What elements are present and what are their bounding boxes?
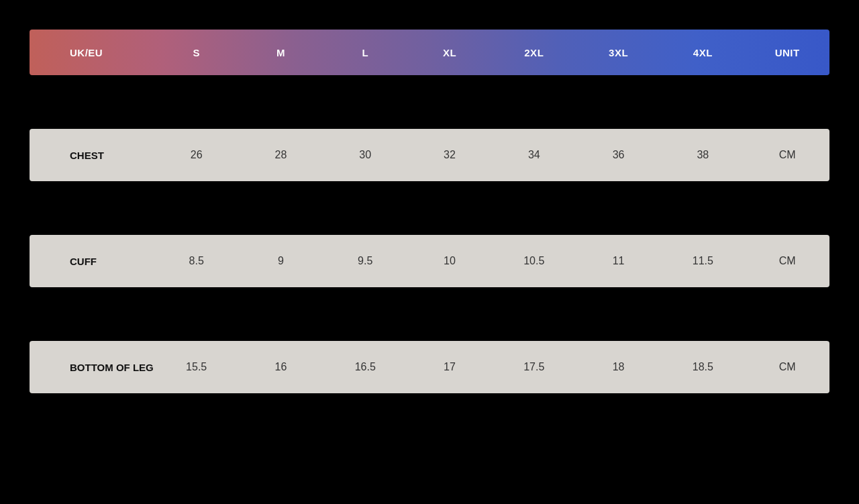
header-row: UK/EU S M L XL 2XL 3XL 4XL UNIT xyxy=(30,30,829,75)
bottom-of-leg-s: 15.5 xyxy=(154,361,239,373)
chest-xl: 32 xyxy=(407,149,492,161)
chest-label: CHEST xyxy=(30,150,154,161)
cuff-unit: CM xyxy=(745,255,829,267)
header-cell-xl: XL xyxy=(407,47,492,58)
chest-m: 28 xyxy=(239,149,323,161)
chest-row: CHEST 26 28 30 32 34 36 38 CM xyxy=(30,129,829,181)
cuff-label: CUFF xyxy=(30,256,154,267)
header-cell-s: S xyxy=(154,47,239,58)
bottom-of-leg-4xl: 18.5 xyxy=(660,361,745,373)
cuff-row: CUFF 8.5 9 9.5 10 10.5 11 11.5 CM xyxy=(30,235,829,287)
chest-4xl: 38 xyxy=(660,149,745,161)
bottom-of-leg-row: BOTTOM OF LEG 15.5 16 16.5 17 17.5 18 18… xyxy=(30,341,829,393)
cuff-xl: 10 xyxy=(407,255,492,267)
header-cell-2xl: 2XL xyxy=(492,47,576,58)
cuff-m: 9 xyxy=(239,255,323,267)
header-cell-unit: UNIT xyxy=(745,47,829,58)
chest-l: 30 xyxy=(323,149,407,161)
header-cell-4xl: 4XL xyxy=(660,47,745,58)
bottom-of-leg-2xl: 17.5 xyxy=(492,361,576,373)
bottom-of-leg-xl: 17 xyxy=(407,361,492,373)
chest-3xl: 36 xyxy=(576,149,661,161)
bottom-of-leg-l: 16.5 xyxy=(323,361,407,373)
bottom-of-leg-m: 16 xyxy=(239,361,323,373)
cuff-l: 9.5 xyxy=(323,255,407,267)
cuff-4xl: 11.5 xyxy=(660,255,745,267)
cuff-2xl: 10.5 xyxy=(492,255,576,267)
header-cell-m: M xyxy=(239,47,323,58)
header-cell-3xl: 3XL xyxy=(576,47,661,58)
cuff-s: 8.5 xyxy=(154,255,239,267)
cuff-3xl: 11 xyxy=(576,255,661,267)
chest-2xl: 34 xyxy=(492,149,576,161)
header-cell-l: L xyxy=(323,47,407,58)
page-container: UK/EU S M L XL 2XL 3XL 4XL UNIT CHEST 26… xyxy=(0,0,859,504)
bottom-of-leg-3xl: 18 xyxy=(576,361,661,373)
bottom-of-leg-label: BOTTOM OF LEG xyxy=(30,362,154,373)
header-cell-ukeu: UK/EU xyxy=(30,47,154,58)
chest-s: 26 xyxy=(154,149,239,161)
chest-unit: CM xyxy=(745,149,829,161)
bottom-of-leg-unit: CM xyxy=(745,361,829,373)
